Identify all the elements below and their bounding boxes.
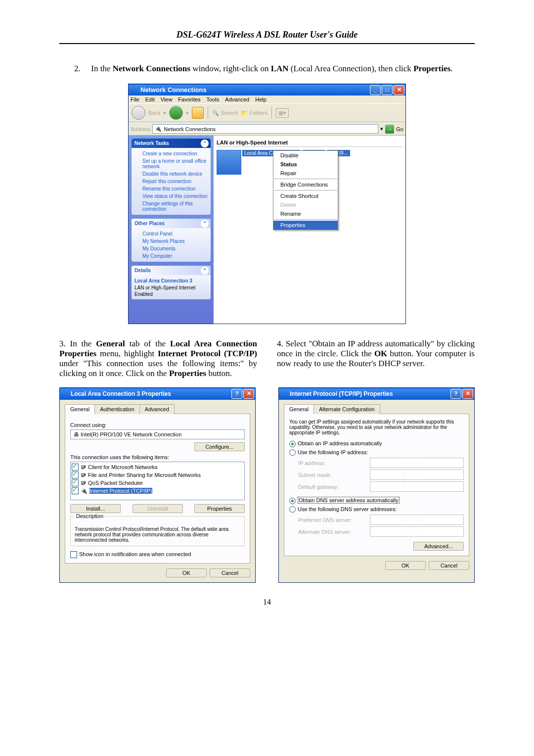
help-button[interactable]: ?	[450, 389, 461, 399]
radio-obtain-dns[interactable]	[289, 498, 296, 504]
forward-button[interactable]	[169, 106, 183, 120]
task-link[interactable]: Change settings of this connection	[134, 200, 208, 213]
tab-general[interactable]: General	[65, 404, 95, 414]
step-3-text: 3. In the General tab of the Local Area …	[59, 339, 257, 378]
ctx-bridge[interactable]: Bridge Connections	[273, 180, 338, 189]
toolbar: Back ▾ ▾ 🔍 Search 📁 Folders ▦▾	[129, 103, 405, 122]
checkbox-icon[interactable]	[72, 487, 79, 494]
task-link[interactable]: Repair this connection	[134, 178, 208, 185]
maximize-button[interactable]: □	[382, 85, 393, 95]
cancel-button[interactable]: Cancel	[210, 568, 250, 577]
menu-tools[interactable]: Tools	[207, 96, 220, 102]
menu-edit[interactable]: Edit	[145, 96, 155, 102]
task-link[interactable]: Create a new connection	[134, 150, 208, 157]
checkbox-icon[interactable]	[72, 464, 79, 471]
adns-field: ...	[370, 526, 464, 537]
menu-advanced[interactable]: Advanced	[225, 96, 249, 102]
minimize-button[interactable]: _	[370, 85, 381, 95]
tab-advanced[interactable]: Advanced	[139, 404, 175, 414]
ok-button[interactable]: OK	[166, 568, 207, 577]
views-button[interactable]: ▦▾	[276, 108, 289, 118]
configure-button[interactable]: Configure...	[194, 442, 245, 451]
description-text: Transmission Control Protocol/Internet P…	[75, 526, 240, 543]
titlebar[interactable]: Network Connections _ □ ✕	[129, 84, 405, 95]
place-link[interactable]: My Documents	[134, 245, 208, 252]
network-connections-window: Network Connections _ □ ✕ File Edit View…	[128, 84, 406, 324]
back-button[interactable]	[132, 106, 145, 120]
radio-use-dns[interactable]	[289, 506, 296, 513]
cancel-button[interactable]: Cancel	[429, 561, 469, 570]
detail-line: LAN or High-Speed Internet	[134, 284, 208, 291]
mask-field: ...	[370, 470, 464, 480]
titlebar[interactable]: Local Area Connection 3 Properties ? ✕	[60, 388, 255, 400]
gw-field: ...	[370, 481, 464, 492]
back-label: Back	[148, 110, 160, 116]
panel-network-tasks[interactable]: Network Tasks⌃	[132, 139, 211, 148]
chevron-up-icon[interactable]: ⌃	[201, 140, 209, 147]
close-button[interactable]: ✕	[394, 85, 404, 95]
task-link[interactable]: Disable this network device	[134, 170, 208, 178]
place-link[interactable]: My Computer	[134, 252, 208, 260]
advanced-button[interactable]: Advanced...	[413, 542, 464, 551]
address-field[interactable]: 🔌Network Connections	[152, 124, 378, 134]
page-number: 14	[59, 598, 475, 607]
titlebar[interactable]: Internet Protocol (TCP/IP) Properties ? …	[279, 388, 474, 400]
task-link[interactable]: Rename this connection	[134, 185, 208, 192]
tab-authentication[interactable]: Authentication	[94, 404, 140, 414]
gw-label: Default gateway:	[298, 484, 370, 490]
ctx-rename[interactable]: Rename	[273, 209, 338, 218]
radio-obtain-ip[interactable]	[289, 441, 296, 447]
adapter-field: 🖶 Intel(R) PRO/100 VE Network Connection	[70, 429, 245, 439]
radio-label: Obtain an IP address automatically	[298, 440, 382, 446]
page-header: DSL-G624T Wireless A DSL Router User's G…	[59, 30, 475, 44]
ctx-properties[interactable]: Properties	[273, 221, 338, 230]
place-link[interactable]: My Network Places	[134, 237, 208, 245]
lan-properties-dialog: Local Area Connection 3 Properties ? ✕ G…	[59, 387, 256, 583]
place-link[interactable]: Control Panel	[134, 230, 208, 237]
list-item[interactable]: 🔌Internet Protocol (TCP/IP)	[72, 487, 243, 495]
uninstall-button: Uninstall	[133, 504, 183, 513]
pdns-label: Preferred DNS server:	[298, 517, 370, 523]
panel-other-places[interactable]: Other Places⌃	[132, 219, 211, 228]
checkbox-icon[interactable]	[72, 472, 79, 478]
search-button[interactable]: 🔍 Search	[212, 110, 238, 116]
task-link[interactable]: View status of this connection	[134, 192, 208, 200]
menu-file[interactable]: File	[131, 96, 139, 102]
install-button[interactable]: Install...	[70, 504, 121, 513]
tab-alternate[interactable]: Alternate Configuration	[313, 404, 380, 414]
chevron-up-icon[interactable]: ⌃	[201, 220, 209, 228]
connect-using-label: Connect using:	[70, 422, 245, 428]
checkbox-icon[interactable]	[72, 479, 79, 486]
go-button[interactable]: →	[385, 125, 394, 134]
show-icon-checkbox[interactable]	[70, 551, 77, 558]
ctx-status[interactable]: Status	[273, 160, 338, 169]
connection-icon[interactable]	[217, 150, 241, 175]
folders-button[interactable]: 📁 Folders	[241, 110, 267, 116]
components-list[interactable]: 🖳Client for Microsoft Networks 🖳File and…	[70, 462, 245, 500]
tab-general[interactable]: General	[284, 404, 314, 414]
list-item[interactable]: 🖳QoS Packet Scheduler	[72, 479, 243, 487]
ctx-repair[interactable]: Repair	[273, 169, 338, 178]
menubar: File Edit View Favorites Tools Advanced …	[129, 95, 405, 103]
task-link[interactable]: Set up a home or small office network	[134, 157, 208, 170]
chevron-up-icon[interactable]: ⌃	[201, 267, 209, 275]
close-button[interactable]: ✕	[462, 389, 473, 399]
close-button[interactable]: ✕	[243, 389, 254, 399]
menu-help[interactable]: Help	[255, 96, 267, 102]
up-button[interactable]	[192, 107, 204, 119]
list-item[interactable]: 🖳File and Printer Sharing for Microsoft …	[72, 471, 243, 479]
ok-button[interactable]: OK	[385, 561, 426, 570]
panel-details[interactable]: Details⌃	[132, 266, 211, 275]
step-4-text: 4. Select "Obtain an IP address automati…	[277, 339, 475, 378]
pdns-field: ...	[370, 515, 464, 525]
radio-use-ip[interactable]	[289, 449, 296, 456]
help-button[interactable]: ?	[231, 389, 242, 399]
menu-view[interactable]: View	[161, 96, 173, 102]
adns-label: Alternate DNS server:	[298, 529, 370, 535]
menu-favorites[interactable]: Favorites	[178, 96, 200, 102]
list-item[interactable]: 🖳Client for Microsoft Networks	[72, 463, 243, 471]
ctx-disable[interactable]: Disable	[273, 151, 338, 160]
properties-button[interactable]: Properties	[194, 504, 245, 513]
category-header: LAN or High-Speed Internet	[217, 139, 402, 147]
ctx-shortcut[interactable]: Create Shortcut	[273, 191, 338, 200]
